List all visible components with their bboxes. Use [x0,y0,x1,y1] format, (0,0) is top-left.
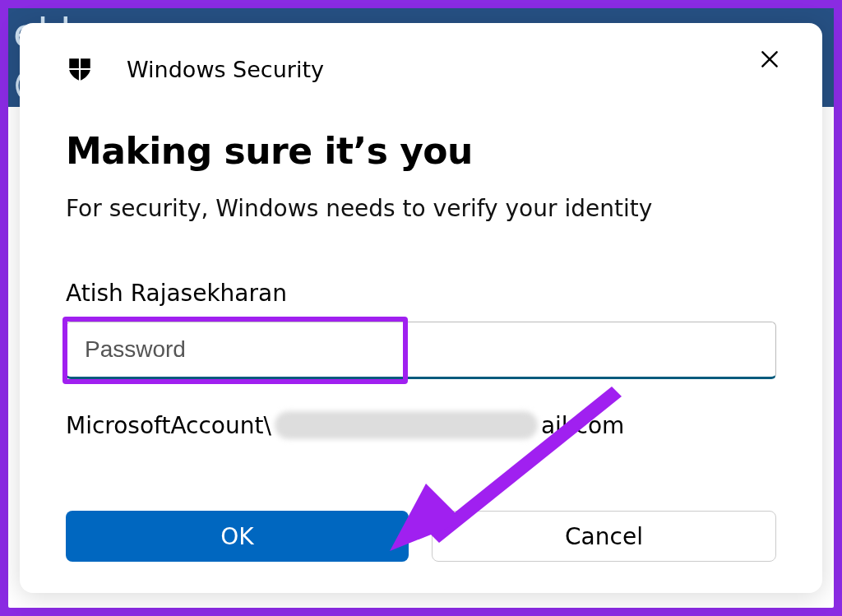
account-identifier: MicrosoftAccount\ ail.com [66,409,776,442]
windows-security-dialog: Windows Security Making sure it’s you Fo… [20,23,822,593]
password-field-container [66,322,776,384]
dialog-heading: Making sure it’s you [66,130,776,172]
ok-button[interactable]: OK [66,511,409,562]
dialog-button-row: OK Cancel [66,511,776,562]
account-prefix: MicrosoftAccount\ [66,412,271,439]
dialog-titlebar: Windows Security [66,49,776,89]
annotation-frame: ekharan @ Windows Security [0,0,842,616]
dialog-app-title: Windows Security [127,57,324,82]
cancel-button[interactable]: Cancel [432,511,776,562]
close-button[interactable] [753,44,786,77]
shield-icon [66,55,94,83]
desktop-background: ekharan @ Windows Security [8,8,834,608]
account-suffix: ail.com [541,412,624,439]
close-icon [759,49,780,73]
account-redacted [275,411,538,439]
dialog-subheading: For security, Windows needs to verify yo… [66,195,776,222]
password-input[interactable] [66,322,776,379]
user-display-name: Atish Rajasekharan [66,280,776,307]
